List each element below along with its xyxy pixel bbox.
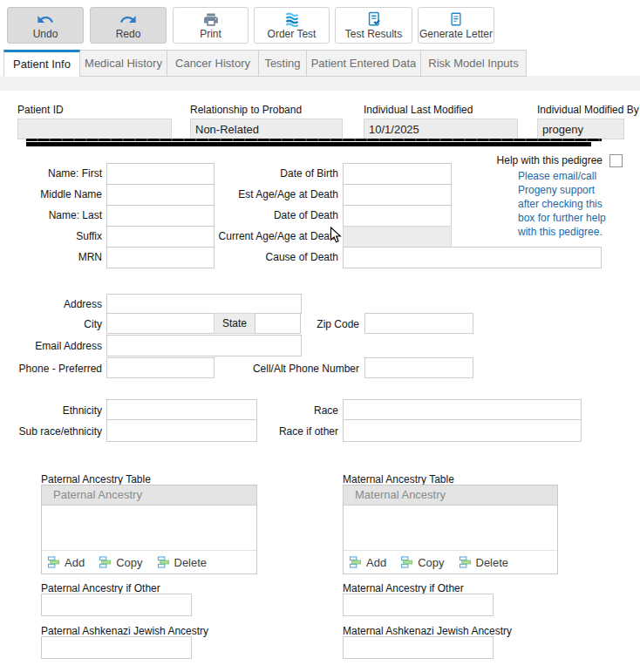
- undo-icon: [36, 10, 55, 28]
- paternal-delete-button[interactable]: Delete: [157, 556, 208, 569]
- print-icon: [202, 10, 220, 28]
- paternal-add-button[interactable]: Add: [47, 556, 85, 569]
- tab-label: Medical History: [85, 57, 162, 70]
- maternal-delete-button[interactable]: Delete: [459, 556, 509, 569]
- phone-preferred-label: Phone - Preferred: [19, 363, 102, 375]
- zip-code-label: Zip Code: [317, 318, 359, 330]
- help-pedigree-note: Please email/call Progeny support after …: [518, 169, 616, 239]
- help-pedigree-checkbox[interactable]: [609, 154, 623, 167]
- cell-phone-field[interactable]: [364, 357, 473, 378]
- sub-race-label: Sub race/ethnicity: [19, 425, 102, 438]
- sub-race-field[interactable]: [106, 419, 257, 442]
- maternal-copy-button[interactable]: Copy: [400, 556, 444, 569]
- last-modified-field[interactable]: [364, 119, 518, 139]
- order-test-button[interactable]: Order Test: [254, 7, 330, 44]
- tab-label: Risk Model Inputs: [428, 57, 518, 70]
- race-label: Race: [314, 404, 338, 417]
- test-results-label: Test Results: [345, 28, 402, 40]
- maternal-ancestry-table-label: Maternal Ancestry Table: [343, 473, 454, 485]
- modified-by-label: Individual Modified By: [537, 104, 639, 116]
- maternal-ancestry-table-body[interactable]: [344, 506, 557, 550]
- patient-id-label: Patient ID: [17, 104, 64, 116]
- last-name-label: Name: Last: [49, 209, 102, 221]
- middle-name-field[interactable]: [106, 184, 214, 206]
- state-field[interactable]: [255, 313, 301, 334]
- maternal-ashkenazi-field[interactable]: [343, 636, 494, 659]
- redo-button[interactable]: Redo: [90, 7, 167, 44]
- print-button[interactable]: Print: [173, 7, 249, 44]
- redo-icon: [119, 10, 138, 28]
- dob-field[interactable]: [343, 163, 452, 185]
- race-field[interactable]: [343, 399, 582, 420]
- current-age-field[interactable]: [343, 226, 452, 248]
- tab-strip-background: [0, 76, 640, 91]
- tab-cancer-history[interactable]: Cancer History: [167, 50, 259, 77]
- maternal-ancestry-other-field[interactable]: [343, 594, 494, 616]
- proband-divider-solid: [26, 142, 591, 146]
- ethnicity-label: Ethnicity: [63, 404, 102, 417]
- tab-label: Patient Info: [13, 58, 71, 71]
- address-label: Address: [64, 298, 102, 310]
- zip-code-field[interactable]: [364, 313, 473, 334]
- dod-field[interactable]: [343, 205, 452, 227]
- paternal-ancestry-table-footer: Add Copy Delete: [42, 550, 256, 574]
- tab-patient-entered-data[interactable]: Patient Entered Data: [306, 50, 421, 77]
- address-field[interactable]: [106, 294, 302, 314]
- first-name-label: Name: First: [48, 167, 102, 180]
- add-row-icon: [349, 556, 362, 568]
- paternal-ancestry-table-body[interactable]: [42, 506, 256, 550]
- phone-preferred-field[interactable]: [106, 357, 214, 378]
- first-name-field[interactable]: [106, 163, 214, 185]
- email-field[interactable]: [106, 335, 302, 356]
- tab-patient-info[interactable]: Patient Info: [3, 50, 80, 77]
- paternal-ancestry-column-header: Paternal Ancestry: [42, 485, 256, 506]
- mrn-field[interactable]: [106, 247, 214, 268]
- delete-row-icon: [459, 556, 472, 568]
- city-field[interactable]: [106, 313, 214, 334]
- state-label: State: [214, 313, 255, 334]
- last-modified-label: Individual Last Modified: [364, 104, 473, 116]
- current-age-label: Current Age/Age at Death: [219, 230, 338, 242]
- generate-letter-button[interactable]: Generate Letter: [418, 7, 494, 44]
- paternal-ancestry-table: Paternal Ancestry Add Copy Delete: [41, 485, 257, 574]
- tab-testing[interactable]: Testing: [258, 50, 307, 77]
- paternal-ancestry-other-field[interactable]: [41, 594, 192, 616]
- delete-row-icon: [157, 556, 170, 568]
- dod-label: Date of Death: [274, 209, 338, 221]
- last-name-field[interactable]: [106, 205, 214, 227]
- maternal-add-button[interactable]: Add: [349, 556, 386, 569]
- delete-label: Delete: [476, 556, 509, 569]
- patient-id-field[interactable]: [17, 119, 172, 139]
- generate-letter-icon: [448, 10, 464, 28]
- copy-row-icon: [99, 556, 112, 568]
- maternal-ancestry-other-label: Maternal Ancestry if Other: [343, 582, 464, 594]
- tab-label: Cancer History: [175, 57, 250, 70]
- suffix-field[interactable]: [106, 226, 214, 248]
- relationship-field[interactable]: [190, 119, 343, 139]
- modified-by-field[interactable]: [537, 119, 624, 139]
- paternal-ashkenazi-field[interactable]: [41, 636, 192, 659]
- add-label: Add: [65, 556, 85, 569]
- test-results-button[interactable]: Test Results: [335, 7, 412, 44]
- tab-medical-history[interactable]: Medical History: [79, 50, 167, 77]
- cause-of-death-label: Cause of Death: [266, 251, 338, 263]
- tab-risk-model-inputs[interactable]: Risk Model Inputs: [420, 50, 527, 77]
- patient-info-window: Undo Redo Print Order Test: [0, 0, 640, 672]
- paternal-ashkenazi-label: Paternal Ashkenazi Jewish Ancestry: [41, 625, 208, 637]
- race-if-other-field[interactable]: [343, 419, 582, 442]
- paternal-ancestry-table-label: Paternal Ancestry Table: [41, 473, 151, 485]
- add-label: Add: [366, 556, 386, 569]
- ethnicity-field[interactable]: [106, 399, 257, 420]
- order-test-icon: [283, 10, 301, 28]
- copy-label: Copy: [418, 556, 444, 569]
- paternal-copy-button[interactable]: Copy: [99, 556, 142, 569]
- cause-of-death-field[interactable]: [343, 247, 602, 268]
- est-age-field[interactable]: [343, 184, 452, 206]
- generate-letter-label: Generate Letter: [419, 28, 493, 40]
- delete-label: Delete: [174, 556, 208, 569]
- copy-label: Copy: [116, 556, 142, 569]
- maternal-ancestry-column-header: Maternal Ancestry: [344, 485, 557, 506]
- undo-button[interactable]: Undo: [7, 7, 84, 44]
- city-label: City: [84, 318, 102, 330]
- tab-label: Patient Entered Data: [311, 57, 417, 70]
